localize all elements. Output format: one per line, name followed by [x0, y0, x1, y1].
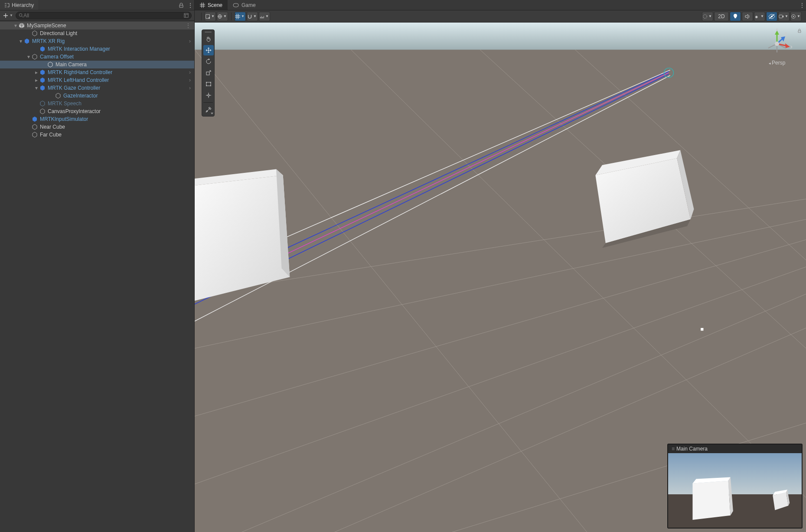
- fx-toggle-button[interactable]: ▼: [754, 12, 765, 21]
- drag-handle-icon[interactable]: ≡: [672, 446, 674, 452]
- tree-item-far-cube[interactable]: Far Cube: [0, 131, 194, 139]
- prefab-icon: [39, 69, 46, 76]
- transform-tool-button[interactable]: [203, 90, 214, 101]
- camera-preview[interactable]: ≡ Main Camera: [667, 444, 803, 529]
- foldout-icon[interactable]: ▸: [34, 77, 39, 83]
- scene-label: MySampleScene: [27, 23, 66, 29]
- svg-point-10: [793, 16, 794, 17]
- hierarchy-tab-label: Hierarchy: [12, 2, 34, 8]
- gizmos-toggle-button[interactable]: ▼: [790, 12, 802, 21]
- visibility-toggle-button[interactable]: [766, 12, 777, 21]
- svg-rect-37: [206, 72, 209, 75]
- gizmo-lock-icon[interactable]: [797, 29, 802, 33]
- tree-item-camera-offset[interactable]: ▾ Camera Offset: [0, 53, 194, 61]
- tree-item-label: MRTK LeftHand Controller: [48, 77, 109, 83]
- open-prefab-icon[interactable]: ›: [189, 38, 194, 44]
- camera-preview-render: [668, 453, 802, 528]
- tree-item-speech[interactable]: MRTK Speech: [0, 100, 194, 107]
- hand-tool-button[interactable]: [203, 34, 214, 44]
- snap-button[interactable]: ▼: [247, 12, 258, 21]
- panel-menu-icon[interactable]: ⋮: [186, 2, 194, 8]
- tab-scene[interactable]: Scene: [195, 0, 228, 10]
- svg-marker-45: [785, 43, 790, 48]
- tree-item-label: MRTK Speech: [48, 101, 82, 107]
- scene-menu-icon[interactable]: ⋮: [186, 23, 194, 29]
- svg-point-40: [210, 82, 211, 83]
- lighting-toggle-button[interactable]: [730, 12, 741, 21]
- draw-mode-button[interactable]: ▼: [205, 12, 216, 21]
- scene-panel: Scene Game ⋮ ▼ ▼ ▼ ▼: [195, 0, 806, 532]
- move-tool-button[interactable]: [203, 45, 214, 55]
- 2d-label: 2D: [718, 13, 724, 19]
- tree-item-label: GazeInteractor: [63, 93, 98, 99]
- foldout-icon[interactable]: ▸: [34, 69, 39, 75]
- tree-item-input-simulator[interactable]: MRTKInputSimulator: [0, 115, 194, 123]
- tree-item-gaze-controller[interactable]: ▾ MRTK Gaze Controller ›: [0, 84, 194, 92]
- rect-tool-button[interactable]: [203, 79, 214, 89]
- overlay-drag-handle[interactable]: [203, 31, 213, 33]
- tree-item-xr-rig[interactable]: ▾ MRTK XR Rig ›: [0, 37, 194, 45]
- gameobject-icon: [39, 100, 46, 107]
- tree-item-interaction-manager[interactable]: MRTK Interaction Manager: [0, 45, 194, 53]
- svg-marker-48: [692, 481, 730, 520]
- tree-item-label: CanvasProxyInteractor: [48, 108, 101, 114]
- tree-item-right-hand[interactable]: ▸ MRTK RightHand Controller ›: [0, 68, 194, 76]
- panel-menu-icon[interactable]: ⋮: [798, 2, 806, 8]
- hierarchy-search[interactable]: [16, 12, 192, 19]
- far-cube-mesh: [595, 150, 694, 248]
- prefab-icon: [39, 77, 46, 84]
- tree-item-canvas-proxy[interactable]: CanvasProxyInteractor: [0, 107, 194, 115]
- tree-item-label: Directional Light: [40, 30, 77, 36]
- scene-row[interactable]: ▾ MySampleScene ⋮: [0, 22, 194, 29]
- hierarchy-tab[interactable]: Hierarchy: [0, 0, 38, 10]
- gamepad-icon: [233, 3, 239, 7]
- tab-game[interactable]: Game: [228, 0, 261, 10]
- rotate-tool-button[interactable]: [203, 56, 214, 67]
- orientation-gizmo[interactable]: y x z ◂ Persp: [758, 29, 796, 66]
- svg-point-47: [775, 42, 779, 46]
- svg-rect-2: [233, 3, 238, 7]
- foldout-icon[interactable]: ▾: [34, 85, 39, 91]
- scene-viewport[interactable]: y x z ◂ Persp ≡ Main Camera: [195, 23, 806, 532]
- audio-toggle-button[interactable]: [742, 12, 753, 21]
- open-prefab-icon[interactable]: ›: [189, 85, 194, 91]
- open-prefab-icon[interactable]: ›: [189, 69, 194, 75]
- skybox-toggle-button[interactable]: ▼: [217, 12, 228, 21]
- foldout-icon[interactable]: ▾: [18, 38, 23, 44]
- prefab-icon: [39, 84, 46, 91]
- svg-rect-1: [184, 13, 188, 17]
- tree-item-gaze-interactor[interactable]: GazeInteractor: [0, 92, 194, 100]
- tree-item-directional-light[interactable]: Directional Light: [0, 29, 194, 37]
- camera-preview-header[interactable]: ≡ Main Camera: [668, 444, 802, 453]
- scale-tool-button[interactable]: [203, 68, 214, 78]
- gameobject-icon: [39, 108, 46, 115]
- near-cube-mesh: [195, 169, 290, 301]
- tree-item-left-hand[interactable]: ▸ MRTK LeftHand Controller ›: [0, 76, 194, 84]
- perspective-label[interactable]: ◂ Persp: [758, 60, 796, 66]
- 2d-toggle-button[interactable]: 2D: [714, 12, 729, 21]
- svg-rect-11: [195, 23, 806, 50]
- debug-draw-button[interactable]: ▼: [702, 12, 713, 21]
- axis-x-label: x: [790, 44, 792, 50]
- gameobject-icon: [31, 30, 38, 37]
- open-prefab-icon[interactable]: ›: [189, 77, 194, 83]
- tree-item-label: MRTKInputSimulator: [40, 116, 88, 122]
- grid-toggle-button[interactable]: ▼: [235, 12, 246, 21]
- search-input[interactable]: [23, 13, 184, 19]
- tab-game-label: Game: [241, 2, 256, 8]
- custom-tools-button[interactable]: [203, 104, 214, 115]
- increment-snap-button[interactable]: ▼: [259, 12, 270, 21]
- foldout-icon[interactable]: ▾: [26, 54, 31, 60]
- gameobject-icon: [31, 123, 38, 130]
- scene-tools-overlay[interactable]: [202, 29, 215, 117]
- tree-item-main-camera[interactable]: Main Camera: [0, 61, 194, 68]
- camera-preview-title: Main Camera: [676, 446, 708, 452]
- camera-settings-button[interactable]: ▼: [778, 12, 790, 21]
- tree-item-near-cube[interactable]: Near Cube: [0, 123, 194, 131]
- scene-tabbar: Scene Game ⋮: [195, 0, 806, 10]
- svg-point-4: [209, 17, 210, 18]
- foldout-icon[interactable]: ▾: [13, 23, 18, 29]
- search-type-icon[interactable]: [184, 13, 189, 18]
- lock-icon[interactable]: [179, 3, 186, 8]
- create-button[interactable]: ▼: [3, 13, 13, 19]
